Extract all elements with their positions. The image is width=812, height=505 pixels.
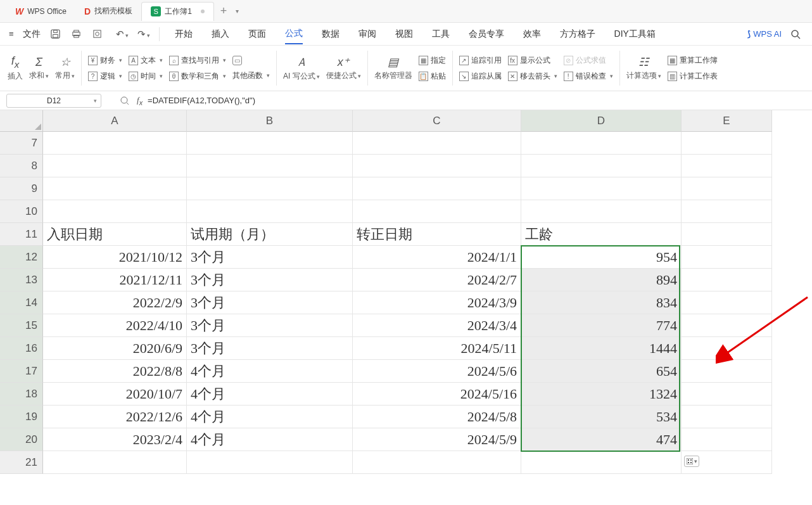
cell[interactable]: 774 — [521, 314, 682, 337]
cell[interactable]: 2024/1/1 — [353, 246, 521, 269]
tab-eff[interactable]: 效率 — [523, 25, 541, 44]
cell[interactable]: 2024/2/7 — [353, 269, 521, 291]
remove-arrows-button[interactable]: ✕移去箭头▾ — [508, 71, 557, 82]
trace-dependent-button[interactable]: ↘追踪从属 — [459, 71, 502, 82]
hamburger-icon[interactable]: ≡ — [9, 29, 14, 39]
paste-button[interactable]: 📋粘贴 — [419, 71, 446, 82]
cell[interactable]: 2024/5/9 — [353, 428, 521, 451]
tab-data[interactable]: 数据 — [322, 25, 339, 44]
finance-button[interactable]: ¥财务▾ — [88, 55, 122, 66]
row-header-17[interactable]: 17 — [0, 360, 43, 383]
app-tab-home[interactable]: W WPS Office — [6, 2, 75, 21]
cell[interactable]: 4个月 — [187, 383, 353, 406]
row-header-10[interactable]: 10 — [0, 200, 43, 223]
row-header-15[interactable]: 15 — [0, 314, 43, 337]
autofill-options-button[interactable]: ▾ — [684, 456, 699, 467]
cell[interactable]: 4个月 — [187, 406, 353, 428]
common-button[interactable]: ☆常用▾ — [55, 55, 75, 81]
tab-formula[interactable]: 公式 — [285, 24, 303, 44]
cell[interactable]: 4个月 — [187, 428, 353, 451]
col-header-C[interactable]: C — [353, 110, 521, 132]
cell[interactable]: 2024/5/8 — [353, 406, 521, 428]
cell[interactable]: 2024/5/11 — [353, 337, 521, 360]
name-box[interactable]: D12 ▾ — [6, 94, 101, 108]
cell[interactable]: 2022/12/6 — [43, 406, 187, 428]
calc-options-button[interactable]: ☷计算选项▾ — [626, 55, 661, 81]
other-func-button[interactable]: 其他函数▾ — [232, 70, 270, 81]
chevron-down-icon[interactable]: ▾ — [94, 98, 97, 104]
hdr-A[interactable]: 入职日期 — [43, 223, 187, 246]
assign-button[interactable]: ▦指定 — [419, 55, 446, 66]
cell[interactable]: 474 — [521, 428, 682, 451]
cell[interactable]: 534 — [521, 406, 682, 428]
fx-icon[interactable]: fx — [137, 95, 143, 106]
row-header-8[interactable]: 8 — [0, 155, 43, 177]
text-button[interactable]: A文本▾ — [129, 55, 163, 66]
rect-icon[interactable]: ▭ — [232, 56, 270, 65]
file-menu[interactable]: 文件 — [23, 29, 41, 40]
logic-button[interactable]: ?逻辑▾ — [88, 71, 122, 82]
cell[interactable]: 2020/10/7 — [43, 383, 187, 406]
row-header-9[interactable]: 9 — [0, 177, 43, 200]
cell[interactable]: 2024/5/16 — [353, 383, 521, 406]
tab-ffgz[interactable]: 方方格子 — [560, 25, 595, 44]
insert-fx-button[interactable]: fx插入 — [8, 54, 23, 82]
app-tab-workbook[interactable]: S 工作簿1 — [141, 2, 214, 21]
row-header-19[interactable]: 19 — [0, 406, 43, 428]
cell[interactable]: 2020/6/9 — [43, 337, 187, 360]
recalc-workbook-button[interactable]: ▦重算工作簿 — [668, 55, 718, 66]
cell[interactable]: 3个月 — [187, 314, 353, 337]
row-header-11[interactable]: 11 — [0, 223, 43, 246]
print-icon[interactable] — [70, 29, 82, 39]
cell[interactable]: 894 — [521, 269, 682, 291]
redo-icon[interactable]: ↷▾ — [136, 29, 151, 40]
row-header-20[interactable]: 20 — [0, 428, 43, 451]
quick-formula-button[interactable]: x⁺便捷公式▾ — [326, 55, 361, 81]
tab-list-button[interactable]: ▾ — [233, 8, 241, 15]
app-tab-template[interactable]: D 找稻壳模板 — [75, 2, 141, 21]
tab-tools[interactable]: 工具 — [432, 25, 450, 44]
lookup-button[interactable]: ⌕查找与引用▾ — [169, 55, 226, 66]
cell[interactable]: 2024/3/9 — [353, 291, 521, 314]
tab-review[interactable]: 审阅 — [358, 25, 376, 44]
search-icon[interactable] — [790, 29, 801, 39]
tab-start[interactable]: 开始 — [175, 25, 193, 44]
new-tab-button[interactable]: + — [214, 4, 234, 18]
grid[interactable]: 入职日期 试用期（月） 转正日期 工龄 2021/10/123个月2024/1/… — [43, 132, 772, 474]
cell[interactable]: 4个月 — [187, 360, 353, 383]
cell[interactable]: 2024/3/4 — [353, 314, 521, 337]
math-button[interactable]: θ数学和三角▾ — [169, 71, 226, 82]
hdr-B[interactable]: 试用期（月） — [187, 223, 353, 246]
undo-icon[interactable]: ↶▾ — [115, 29, 130, 40]
row-header-21[interactable]: 21 — [0, 451, 43, 474]
error-check-button[interactable]: !错误检查▾ — [564, 71, 613, 82]
row-header-13[interactable]: 13 — [0, 269, 43, 291]
formula-input[interactable]: =DATEDIF(A12,TODAY(),"d") — [148, 96, 255, 105]
select-all-corner[interactable] — [0, 110, 43, 132]
save-icon[interactable] — [49, 29, 61, 39]
cancel-icon[interactable] — [120, 96, 129, 105]
cell[interactable]: 1324 — [521, 383, 682, 406]
col-header-A[interactable]: A — [43, 110, 187, 132]
col-header-B[interactable]: B — [187, 110, 353, 132]
cell[interactable]: 2022/8/8 — [43, 360, 187, 383]
cell[interactable]: 3个月 — [187, 337, 353, 360]
wps-ai-button[interactable]: ⟆WPS AI — [747, 29, 782, 39]
row-header-14[interactable]: 14 — [0, 291, 43, 314]
time-button[interactable]: ◷时间▾ — [129, 71, 163, 82]
row-header-12[interactable]: 12 — [0, 246, 43, 269]
sum-button[interactable]: Σ求和▾ — [29, 56, 49, 81]
cell[interactable]: 2021/12/11 — [43, 269, 187, 291]
tab-view[interactable]: 视图 — [395, 25, 413, 44]
cell[interactable]: 2023/2/4 — [43, 428, 187, 451]
row-header-7[interactable]: 7 — [0, 132, 43, 155]
cell[interactable]: 654 — [521, 360, 682, 383]
cell[interactable]: 3个月 — [187, 246, 353, 269]
calc-sheet-button[interactable]: ▥计算工作表 — [668, 71, 718, 82]
cell[interactable]: 2022/4/10 — [43, 314, 187, 337]
cell[interactable]: 2024/5/6 — [353, 360, 521, 383]
row-header-16[interactable]: 16 — [0, 337, 43, 360]
cell[interactable]: 3个月 — [187, 291, 353, 314]
tab-diy[interactable]: DIY工具箱 — [614, 25, 656, 44]
cell[interactable]: 3个月 — [187, 269, 353, 291]
